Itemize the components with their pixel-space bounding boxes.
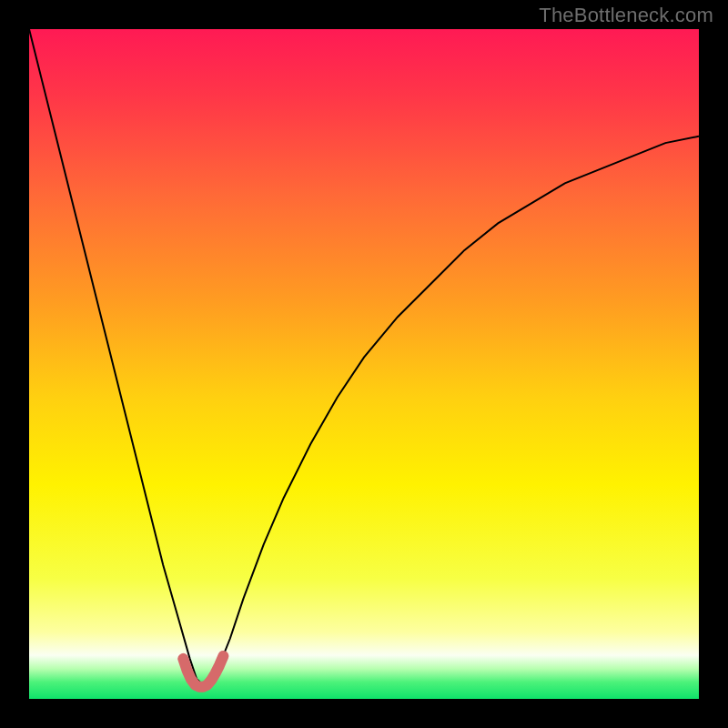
bottleneck-chart — [29, 29, 699, 699]
attribution-text: TheBottleneck.com — [539, 4, 713, 27]
heatmap-background — [29, 29, 699, 699]
chart-frame: TheBottleneck.com — [0, 0, 728, 728]
plot-area — [29, 29, 699, 699]
